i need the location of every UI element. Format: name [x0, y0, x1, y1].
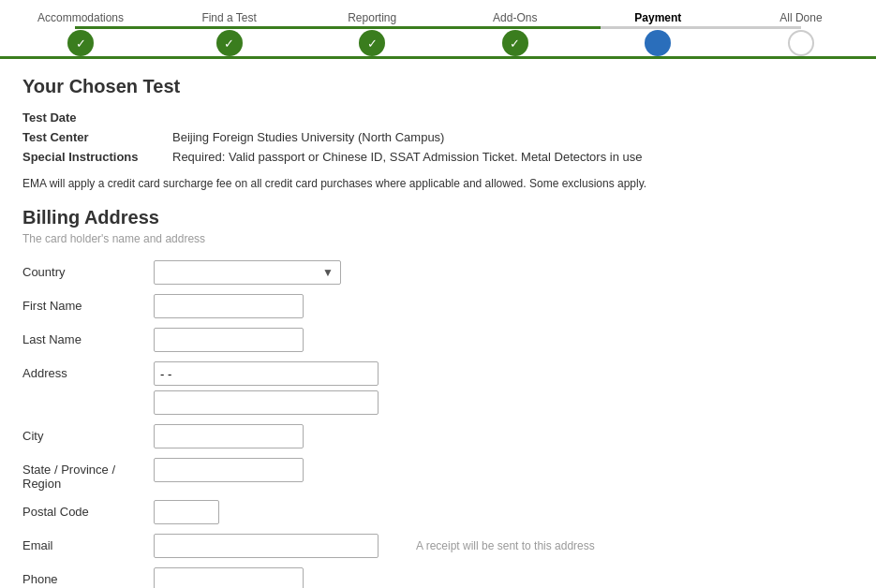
first-name-label: First Name [22, 294, 154, 313]
state-input[interactable] [154, 458, 304, 482]
last-name-input[interactable] [154, 328, 304, 352]
main-content: Your Chosen Test Test Date Test Center B… [0, 59, 843, 588]
progress-bar: Accommodations ✓ Find a Test ✓ Reporting… [0, 0, 876, 56]
city-input[interactable] [154, 424, 304, 448]
email-input[interactable] [154, 534, 379, 558]
step-label-payment: Payment [634, 11, 681, 24]
test-date-label: Test Date [22, 110, 172, 125]
step-accommodations: Accommodations ✓ [37, 11, 124, 56]
step-all-done: All Done [764, 11, 839, 56]
email-row: Email A receipt will be sent to this add… [22, 534, 821, 558]
address-row: Address [22, 361, 821, 415]
address-line2-input[interactable] [154, 390, 379, 415]
phone-row: Phone Optional [22, 567, 821, 588]
postal-code-label: Postal Code [22, 500, 154, 519]
postal-code-row: Postal Code [22, 500, 821, 524]
chosen-test-title: Your Chosen Test [22, 76, 821, 97]
email-label: Email [22, 534, 154, 552]
step-reporting: Reporting ✓ [334, 11, 409, 56]
state-row: State / Province / Region [22, 458, 821, 491]
test-date-row: Test Date [22, 110, 821, 125]
country-row: Country ▼ [22, 260, 821, 285]
step-label-accommodations: Accommodations [37, 11, 124, 24]
step-addons: Add-Ons ✓ [478, 11, 553, 56]
address-stack [154, 361, 379, 415]
step-circle-addons: ✓ [502, 30, 528, 56]
state-label: State / Province / Region [22, 458, 154, 491]
billing-subtitle: The card holder's name and address [22, 232, 821, 245]
country-select-wrapper[interactable]: ▼ [154, 260, 341, 285]
last-name-label: Last Name [22, 328, 154, 346]
step-circle-payment [645, 30, 671, 56]
step-label-reporting: Reporting [348, 11, 396, 24]
test-info-table: Test Date Test Center Beijing Foreign St… [22, 110, 821, 164]
test-center-row: Test Center Beijing Foreign Studies Univ… [22, 130, 821, 144]
step-circle-find-test: ✓ [216, 30, 243, 56]
special-instructions-label: Special Instructions [22, 150, 172, 164]
step-label-addons: Add-Ons [493, 11, 537, 24]
address-label: Address [22, 361, 154, 380]
step-circle-accommodations: ✓ [67, 30, 94, 56]
step-payment: Payment [620, 11, 695, 56]
city-label: City [22, 424, 154, 443]
country-label: Country [22, 260, 154, 279]
step-circle-reporting: ✓ [359, 30, 385, 56]
step-label-all-done: All Done [779, 11, 822, 24]
test-center-value: Beijing Foreign Studies University (Nort… [172, 130, 444, 144]
step-find-test: Find a Test ✓ [192, 11, 267, 56]
country-select[interactable] [154, 260, 341, 285]
test-center-label: Test Center [22, 130, 172, 144]
first-name-row: First Name [22, 294, 821, 318]
phone-label: Phone Optional [22, 567, 154, 588]
credit-card-notice: EMA will apply a credit card surcharge f… [22, 177, 821, 190]
step-label-find-test: Find a Test [201, 11, 256, 24]
receipt-note: A receipt will be sent to this address [416, 539, 595, 552]
postal-code-input[interactable] [154, 500, 219, 524]
address-line1-input[interactable] [154, 361, 379, 386]
step-circle-all-done [788, 30, 814, 56]
phone-input[interactable] [154, 567, 304, 588]
first-name-input[interactable] [154, 294, 304, 318]
city-row: City [22, 424, 821, 448]
last-name-row: Last Name [22, 328, 821, 352]
billing-title: Billing Address [22, 207, 821, 228]
special-instructions-value: Required: Valid passport or Chinese ID, … [172, 150, 642, 164]
special-instructions-row: Special Instructions Required: Valid pas… [22, 150, 821, 164]
email-input-row: A receipt will be sent to this address [154, 534, 595, 558]
